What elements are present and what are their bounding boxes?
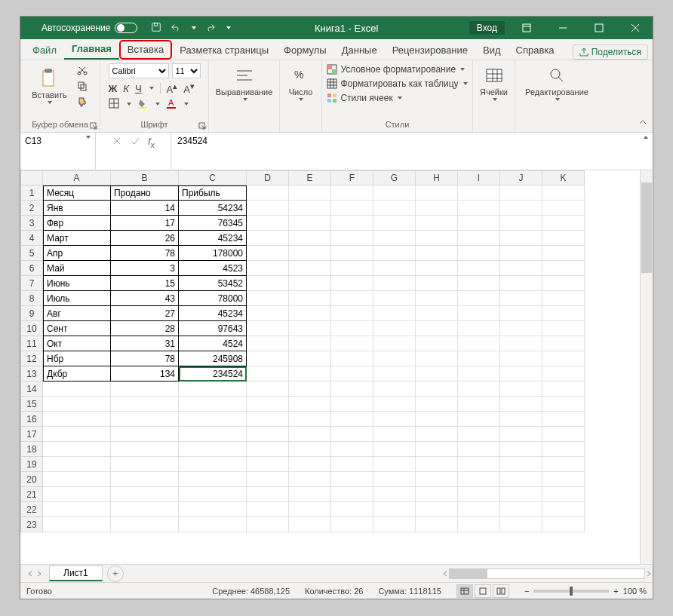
- cell[interactable]: [289, 276, 331, 291]
- cell[interactable]: [331, 291, 373, 306]
- cell[interactable]: [416, 185, 458, 201]
- cell[interactable]: [500, 397, 542, 412]
- tab-help[interactable]: Справка: [509, 41, 562, 60]
- cell[interactable]: Апр: [43, 246, 111, 261]
- zoom-level[interactable]: 100 %: [623, 587, 647, 596]
- column-header[interactable]: E: [289, 170, 331, 185]
- cell[interactable]: [289, 216, 331, 231]
- cell[interactable]: 245908: [179, 351, 247, 366]
- cell[interactable]: [43, 397, 111, 412]
- cell[interactable]: 178000: [179, 246, 247, 261]
- column-header[interactable]: H: [416, 170, 458, 185]
- cell[interactable]: [179, 427, 247, 442]
- borders-dropdown[interactable]: [127, 103, 131, 106]
- cell[interactable]: [289, 231, 331, 246]
- font-name-select[interactable]: Calibri: [109, 63, 169, 78]
- cell[interactable]: [500, 216, 542, 231]
- cell[interactable]: [373, 487, 416, 502]
- cell[interactable]: 43: [111, 291, 179, 306]
- column-header[interactable]: A: [43, 170, 111, 185]
- cell[interactable]: [416, 216, 458, 231]
- conditional-formatting-button[interactable]: Условное форматирование: [327, 63, 467, 75]
- cell[interactable]: [542, 216, 585, 231]
- cell[interactable]: [247, 185, 289, 201]
- row-header[interactable]: 4: [20, 231, 43, 246]
- cell[interactable]: [247, 351, 289, 366]
- cell[interactable]: [458, 351, 500, 366]
- tab-formulas[interactable]: Формулы: [276, 41, 334, 60]
- cell[interactable]: [500, 442, 542, 457]
- cells-dropdown[interactable]: [493, 98, 497, 101]
- cell[interactable]: [542, 321, 585, 336]
- cell[interactable]: [542, 397, 585, 412]
- cell[interactable]: 76345: [179, 216, 247, 231]
- cell[interactable]: [542, 261, 585, 276]
- font-launcher[interactable]: [198, 122, 206, 130]
- cell[interactable]: [331, 306, 373, 321]
- cell[interactable]: [416, 382, 458, 397]
- vertical-scrollbar[interactable]: [640, 170, 652, 564]
- zoom-in[interactable]: +: [613, 587, 618, 596]
- cell[interactable]: [458, 201, 500, 216]
- tab-file[interactable]: Файл: [25, 41, 64, 60]
- cell[interactable]: [111, 487, 179, 502]
- cell[interactable]: [373, 201, 416, 216]
- minimize-button[interactable]: [549, 17, 577, 39]
- cell[interactable]: 27: [111, 306, 179, 321]
- cell[interactable]: 15: [111, 276, 179, 291]
- cell[interactable]: [331, 487, 373, 502]
- cell[interactable]: [289, 366, 331, 382]
- cell[interactable]: [289, 382, 331, 397]
- cell[interactable]: 53452: [179, 276, 247, 291]
- cell[interactable]: [43, 382, 111, 397]
- cell[interactable]: [179, 502, 247, 517]
- cell[interactable]: [247, 487, 289, 502]
- row-header[interactable]: 23: [20, 517, 43, 532]
- cell[interactable]: [542, 487, 585, 502]
- save-icon[interactable]: [151, 22, 161, 35]
- cell[interactable]: [458, 306, 500, 321]
- cell[interactable]: [331, 397, 373, 412]
- cell[interactable]: [43, 502, 111, 517]
- cell[interactable]: [500, 185, 542, 201]
- cell[interactable]: [179, 472, 247, 487]
- cell[interactable]: [542, 336, 585, 351]
- cell[interactable]: [542, 442, 585, 457]
- cell[interactable]: [500, 472, 542, 487]
- cell[interactable]: [500, 502, 542, 517]
- cells-button[interactable]: Ячейки: [477, 63, 511, 103]
- column-header[interactable]: C: [179, 170, 247, 185]
- cell[interactable]: [373, 442, 416, 457]
- cell[interactable]: [373, 306, 416, 321]
- cell[interactable]: [331, 412, 373, 427]
- underline-button[interactable]: Ч: [135, 83, 142, 94]
- cut-icon[interactable]: [73, 63, 91, 77]
- cell[interactable]: [373, 427, 416, 442]
- font-color-icon[interactable]: A: [166, 98, 177, 110]
- cell[interactable]: [458, 291, 500, 306]
- cell[interactable]: [373, 276, 416, 291]
- column-header[interactable]: K: [542, 170, 585, 185]
- cell[interactable]: [289, 427, 331, 442]
- cell[interactable]: [458, 397, 500, 412]
- cell[interactable]: [289, 261, 331, 276]
- row-header[interactable]: 10: [20, 321, 43, 336]
- alignment-dropdown[interactable]: [243, 98, 247, 101]
- cell[interactable]: [373, 291, 416, 306]
- cell[interactable]: Янв: [43, 201, 111, 216]
- cell[interactable]: [373, 412, 416, 427]
- cell[interactable]: [542, 427, 585, 442]
- cell[interactable]: [500, 276, 542, 291]
- cell[interactable]: [179, 382, 247, 397]
- row-header[interactable]: 5: [20, 246, 43, 261]
- cell[interactable]: Дкбр: [43, 366, 111, 382]
- cell[interactable]: [458, 231, 500, 246]
- cell[interactable]: [373, 457, 416, 472]
- undo-dropdown[interactable]: [192, 26, 196, 29]
- cell[interactable]: 45234: [179, 231, 247, 246]
- cell[interactable]: [542, 246, 585, 261]
- cell[interactable]: [416, 472, 458, 487]
- cell[interactable]: 234524: [179, 366, 247, 382]
- cell[interactable]: 54234: [179, 201, 247, 216]
- cell[interactable]: [43, 517, 111, 532]
